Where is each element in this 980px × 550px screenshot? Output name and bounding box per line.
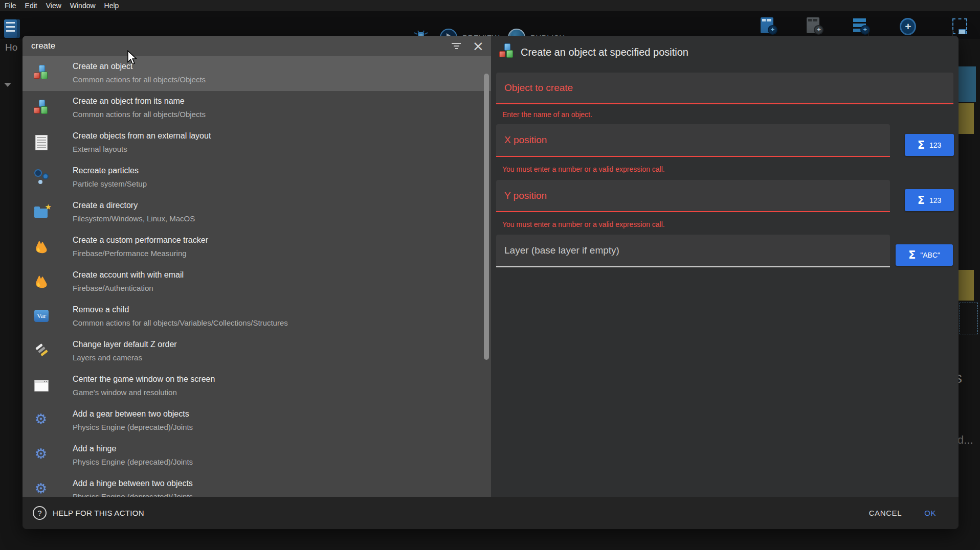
firebase-flame-icon bbox=[34, 273, 50, 290]
action-title: Create an object at specified position bbox=[521, 47, 688, 58]
search-result-9[interactable]: Change layer default Z order Layers and … bbox=[23, 334, 491, 369]
result-subtitle: Layers and cameras bbox=[73, 353, 142, 362]
search-result-13[interactable]: ⚙ Add a hinge between two objects Physic… bbox=[23, 473, 491, 497]
result-subtitle: Common actions for all objects/Variables… bbox=[73, 318, 288, 327]
result-title: Remove a child bbox=[73, 305, 129, 314]
sigma-icon: Σ bbox=[918, 139, 925, 151]
x-position-label: X position bbox=[504, 134, 547, 146]
search-result-4[interactable]: Recreate particles Particle system/Setup bbox=[23, 161, 491, 195]
gdevelop-app-window: File Edit View Window Help bbox=[0, 0, 980, 550]
selection-rectangle-icon bbox=[952, 18, 967, 34]
search-result-12[interactable]: ⚙ Add a hinge Physics Engine (deprecated… bbox=[23, 439, 491, 473]
layer-expression-button[interactable]: Σ "ABC" bbox=[896, 244, 953, 266]
search-header: × bbox=[23, 36, 491, 56]
result-title: Create account with with email bbox=[73, 270, 184, 280]
y-expression-button[interactable]: Σ 123 bbox=[905, 189, 954, 211]
object-to-create-field[interactable]: Object to create bbox=[496, 73, 953, 104]
action-search-panel: × Create an object Common actions for al… bbox=[23, 36, 491, 497]
result-subtitle: Particle system/Setup bbox=[73, 179, 147, 188]
project-manager-icon[interactable] bbox=[4, 19, 20, 38]
firebase-flame-icon bbox=[34, 239, 50, 255]
result-subtitle: Filesystem/Windows, Linux, MacOS bbox=[73, 214, 195, 223]
cancel-button[interactable]: CANCEL bbox=[869, 509, 902, 517]
layer-label: Layer (base layer if empty) bbox=[504, 245, 619, 256]
result-title: Create an object bbox=[73, 62, 132, 71]
result-title: Create an object from its name bbox=[73, 97, 185, 106]
scene-object-fragment bbox=[959, 270, 974, 301]
objects-cubes-icon bbox=[34, 100, 50, 116]
result-title: Create a directory bbox=[73, 201, 138, 210]
help-question-icon[interactable]: ? bbox=[33, 506, 47, 520]
result-title: Add a gear between two objects bbox=[73, 409, 189, 419]
search-result-2[interactable]: Create an object from its name Common ac… bbox=[23, 91, 491, 126]
search-results-list: Create an object Common actions for all … bbox=[23, 56, 491, 497]
external-layout-document-icon bbox=[34, 134, 50, 151]
ok-button[interactable]: OK bbox=[924, 509, 936, 517]
result-subtitle: Physics Engine (deprecated)/Joints bbox=[73, 492, 193, 497]
sigma-icon: Σ bbox=[908, 249, 916, 261]
result-subtitle: Common actions for all objects/Objects bbox=[73, 110, 206, 119]
scene-object-fragment bbox=[959, 66, 976, 102]
x-expression-button[interactable]: Σ 123 bbox=[905, 134, 954, 156]
results-scrollbar[interactable] bbox=[484, 74, 489, 360]
result-subtitle: Physics Engine (deprecated)/Joints bbox=[73, 457, 193, 466]
result-subtitle: Physics Engine (deprecated)/Joints bbox=[73, 423, 193, 431]
mouse-cursor bbox=[127, 50, 138, 67]
y-position-error: You must enter a number or a valid expre… bbox=[502, 220, 665, 228]
result-subtitle: External layouts bbox=[73, 145, 127, 153]
objects-cubes-icon bbox=[499, 43, 516, 60]
menu-bar: File Edit View Window Help bbox=[0, 0, 980, 11]
y-position-field[interactable]: Y position bbox=[496, 180, 890, 212]
close-icon[interactable]: × bbox=[472, 39, 484, 53]
search-result-10[interactable]: Center the game window on the screen Gam… bbox=[23, 369, 491, 404]
physics-gear-icon: ⚙ bbox=[34, 482, 50, 497]
search-input[interactable] bbox=[23, 41, 450, 51]
filter-icon[interactable] bbox=[450, 41, 463, 51]
object-field-helper: Enter the name of an object. bbox=[502, 110, 592, 119]
scene-object-fragment bbox=[959, 103, 974, 134]
y-position-label: Y position bbox=[504, 190, 547, 201]
physics-gear-icon: ⚙ bbox=[34, 447, 50, 464]
result-title: Add a hinge bbox=[73, 444, 116, 453]
x-position-field[interactable]: X position bbox=[496, 124, 890, 157]
menu-item-view[interactable]: View bbox=[46, 1, 61, 11]
result-title: Center the game window on the screen bbox=[73, 375, 215, 384]
result-title: Recreate particles bbox=[73, 166, 139, 175]
search-result-5[interactable]: ★ Create a directory Filesystem/Windows,… bbox=[23, 195, 491, 230]
result-subtitle: Firebase/Performance Measuring bbox=[73, 249, 187, 258]
add-event-button[interactable]: + bbox=[853, 17, 870, 35]
result-title: Create objects from an external layout bbox=[73, 131, 211, 141]
select-instances-button[interactable] bbox=[951, 17, 969, 35]
search-result-8[interactable]: Var Remove a child Common actions for al… bbox=[23, 300, 491, 334]
folder-star-icon: ★ bbox=[34, 204, 50, 220]
add-action-dialog: × Create an object Common actions for al… bbox=[23, 36, 959, 529]
object-to-create-label: Object to create bbox=[504, 82, 573, 94]
search-result-3[interactable]: Create objects from an external layout E… bbox=[23, 126, 491, 161]
result-title: Add a hinge between two objects bbox=[73, 479, 193, 488]
search-result-6[interactable]: Create a custom performance tracker Fire… bbox=[23, 230, 491, 265]
search-result-1[interactable]: Create an object Common actions for all … bbox=[23, 56, 491, 91]
action-parameters-panel: Create an object at specified position O… bbox=[491, 36, 959, 497]
menu-item-window[interactable]: Window bbox=[70, 1, 96, 11]
particles-icon bbox=[34, 169, 50, 186]
result-subtitle: Common actions for all objects/Objects bbox=[73, 75, 206, 84]
x-position-error: You must enter a number or a valid expre… bbox=[502, 165, 665, 173]
objects-cubes-icon bbox=[34, 65, 50, 81]
search-result-11[interactable]: ⚙ Add a gear between two objects Physics… bbox=[23, 404, 491, 439]
add-group-button[interactable]: + bbox=[806, 17, 823, 35]
result-title: Create a custom performance tracker bbox=[73, 236, 208, 245]
result-subtitle: Firebase/Authentication bbox=[73, 284, 153, 292]
add-object-button[interactable]: + bbox=[760, 17, 777, 35]
variable-icon: Var bbox=[34, 308, 50, 325]
add-something-button[interactable]: + bbox=[900, 17, 917, 35]
main-toolbar: PREVIEW PUBLISH + + + + bbox=[0, 11, 980, 39]
menu-item-file[interactable]: File bbox=[5, 1, 16, 11]
layer-field[interactable]: Layer (base layer if empty) bbox=[496, 235, 890, 267]
scene-text-fragment: d... bbox=[957, 433, 973, 447]
menu-item-help[interactable]: Help bbox=[104, 1, 119, 11]
search-result-7[interactable]: Create account with with email Firebase/… bbox=[23, 265, 491, 300]
result-subtitle: Game's window and resolution bbox=[73, 388, 177, 397]
plus-circle-icon: + bbox=[900, 18, 916, 35]
menu-item-edit[interactable]: Edit bbox=[25, 1, 37, 11]
help-for-this-action-link[interactable]: HELP FOR THIS ACTION bbox=[53, 509, 144, 517]
